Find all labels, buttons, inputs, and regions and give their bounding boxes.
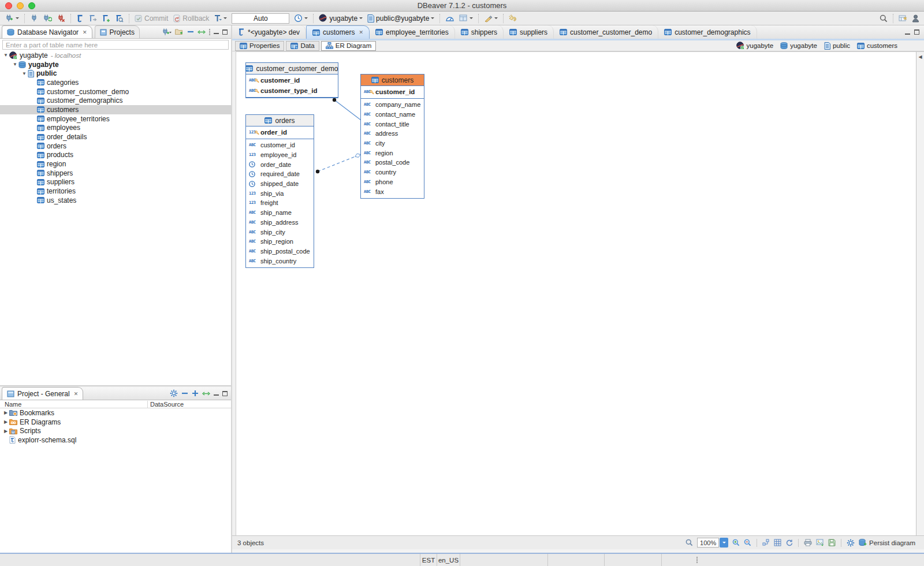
window-layout-button[interactable] bbox=[457, 13, 475, 24]
entity-header-orders[interactable]: orders bbox=[246, 115, 314, 126]
table-filter-input[interactable] bbox=[2, 40, 229, 50]
tree-item-yugabyte[interactable]: ▼yugabyte- localhost bbox=[0, 51, 231, 60]
maximize-view-icon[interactable] bbox=[914, 29, 919, 35]
persist-diagram-button[interactable]: Persist diagram bbox=[859, 539, 915, 546]
entity-column-contact_name[interactable]: ABCcontact_name bbox=[361, 110, 424, 120]
minimize-view-icon[interactable] bbox=[905, 30, 910, 35]
entity-column-order_id[interactable]: 123order_id bbox=[246, 127, 314, 137]
diagram-settings-icon[interactable] bbox=[847, 539, 855, 547]
breadcrumb-item-customers[interactable]: customers bbox=[857, 42, 897, 49]
zoom-dropdown-icon[interactable] bbox=[720, 538, 728, 548]
entity-column-employee_id[interactable]: 123employee_id bbox=[246, 150, 314, 160]
nav-new-connection-icon[interactable] bbox=[162, 28, 172, 36]
nav-new-folder-icon[interactable] bbox=[175, 28, 184, 35]
zoom-level-combo[interactable]: 100% bbox=[697, 538, 728, 548]
entity-column-required_date[interactable]: required_date bbox=[246, 169, 314, 179]
disclosure-triangle-icon[interactable]: ▶ bbox=[2, 419, 9, 425]
close-icon[interactable]: ✕ bbox=[359, 29, 363, 35]
user-profile-button[interactable] bbox=[910, 13, 921, 24]
editor-tab--yugabyte-dev[interactable]: *<yugabyte> dev bbox=[232, 25, 306, 39]
tab-project-general[interactable]: Project - General ✕ bbox=[2, 387, 83, 400]
reset-ui-button[interactable] bbox=[507, 13, 520, 24]
entity-column-ship_address[interactable]: ABCship_address bbox=[246, 218, 314, 228]
entity-column-address[interactable]: ABCaddress bbox=[361, 129, 424, 139]
settings-gear-icon[interactable] bbox=[170, 389, 178, 397]
entity-column-customer_id[interactable]: ABCcustomer_id bbox=[246, 140, 314, 150]
rollback-button[interactable]: Rollback bbox=[171, 13, 211, 24]
close-icon[interactable]: ✕ bbox=[74, 391, 79, 397]
entity-column-contact_title[interactable]: ABCcontact_title bbox=[361, 119, 424, 129]
dashboard-button[interactable] bbox=[444, 13, 456, 24]
disconnect-button[interactable] bbox=[55, 13, 67, 24]
disclosure-triangle-icon[interactable]: ▼ bbox=[21, 71, 28, 76]
schema-selector[interactable]: public@yugabyte bbox=[366, 13, 436, 24]
entity-column-postal_code[interactable]: ABCpostal_code bbox=[361, 158, 424, 167]
editor-tab-suppliers[interactable]: suppliers bbox=[504, 25, 554, 39]
collapse-all-icon[interactable] bbox=[187, 29, 194, 35]
collapse-icon[interactable] bbox=[181, 390, 188, 396]
entity-header-customer_customer_demo[interactable]: customer_customer_demo bbox=[246, 63, 338, 75]
tree-item-public[interactable]: ▼public bbox=[0, 69, 231, 78]
tree-item-customer_customer_demo[interactable]: customer_customer_demo bbox=[0, 87, 231, 96]
tree-item-categories[interactable]: categories bbox=[0, 78, 231, 87]
editor-tab-customer_demographics[interactable]: customer_demographics bbox=[658, 25, 757, 39]
tree-item-employee_territories[interactable]: employee_territories bbox=[0, 114, 231, 124]
open-perspective-button[interactable] bbox=[897, 13, 909, 24]
subtab-data[interactable]: Data bbox=[286, 41, 319, 51]
breadcrumb-item-yugabyte[interactable]: yugabyte bbox=[736, 42, 774, 50]
link-editor-icon[interactable] bbox=[198, 29, 206, 35]
breadcrumb-item-yugabyte[interactable]: yugabyte bbox=[780, 42, 817, 49]
entity-column-phone[interactable]: ABCphone bbox=[361, 177, 424, 187]
entity-customer_customer_demo[interactable]: customer_customer_demoABCcustomer_idABCc… bbox=[245, 62, 338, 98]
open-sql-script-button[interactable] bbox=[113, 13, 125, 24]
entity-column-ship_postal_code[interactable]: ABCship_postal_code bbox=[246, 247, 314, 256]
entity-customers[interactable]: customersABCcustomer_idABCcompany_nameAB… bbox=[360, 74, 424, 199]
disclosure-triangle-icon[interactable]: ▶ bbox=[2, 410, 9, 415]
transaction-log-button[interactable] bbox=[292, 13, 310, 24]
tab-database-navigator[interactable]: Database Navigator ✕ bbox=[2, 25, 92, 38]
entity-column-ship_name[interactable]: ABCship_name bbox=[246, 208, 314, 218]
project-item-Scripts[interactable]: ▶Scripts bbox=[0, 426, 231, 435]
expand-palette-icon[interactable]: ◀ bbox=[916, 52, 924, 61]
editor-tab-customer_customer_demo[interactable]: customer_customer_demo bbox=[554, 25, 658, 39]
transaction-mode-combo[interactable]: Auto bbox=[232, 13, 289, 24]
commit-button[interactable]: Commit bbox=[133, 13, 170, 24]
sql-editor-button[interactable] bbox=[74, 13, 85, 24]
tree-item-customers[interactable]: customers bbox=[0, 105, 231, 114]
breadcrumb-item-public[interactable]: public bbox=[824, 42, 850, 50]
entity-column-country[interactable]: ABCcountry bbox=[361, 167, 424, 177]
subtab-properties[interactable]: Properties bbox=[235, 41, 284, 51]
entity-column-ship_city[interactable]: ABCship_city bbox=[246, 227, 314, 237]
subtab-er-diagram[interactable]: ER Diagram bbox=[321, 41, 377, 51]
zoom-out-icon[interactable] bbox=[744, 539, 751, 546]
tree-item-suppliers[interactable]: suppliers bbox=[0, 178, 231, 187]
entity-column-company_name[interactable]: ABCcompany_name bbox=[361, 100, 424, 110]
tree-item-yugabyte[interactable]: ▼yugabyte bbox=[0, 60, 231, 69]
project-item-ER Diagrams[interactable]: ▶ER Diagrams bbox=[0, 418, 231, 427]
entity-column-customer_type_id[interactable]: ABCcustomer_type_id bbox=[246, 85, 338, 96]
view-menu-icon[interactable] bbox=[209, 29, 210, 35]
print-icon[interactable] bbox=[804, 539, 812, 546]
entity-column-fax[interactable]: ABCfax bbox=[361, 187, 424, 196]
export-image-icon[interactable] bbox=[816, 539, 824, 546]
entity-header-customers[interactable]: customers bbox=[361, 75, 424, 86]
brush-button[interactable] bbox=[482, 13, 500, 24]
editor-tab-customers[interactable]: customers✕ bbox=[306, 25, 370, 39]
disclosure-triangle-icon[interactable]: ▼ bbox=[12, 62, 18, 67]
tree-item-us_states[interactable]: us_states bbox=[0, 196, 231, 205]
entity-orders[interactable]: orders123order_idABCcustomer_id123employ… bbox=[245, 114, 314, 268]
entity-column-shipped_date[interactable]: shipped_date bbox=[246, 179, 314, 189]
editor-tab-employee_territories[interactable]: employee_territories bbox=[370, 25, 455, 39]
new-connection-button[interactable] bbox=[3, 13, 21, 24]
entity-column-freight[interactable]: 123freight bbox=[246, 198, 314, 208]
entity-column-region[interactable]: ABCregion bbox=[361, 148, 424, 158]
toggle-grid-icon[interactable] bbox=[774, 539, 781, 546]
maximize-view-icon[interactable] bbox=[222, 391, 228, 396]
entity-column-customer_id[interactable]: ABCcustomer_id bbox=[246, 75, 338, 85]
tree-item-products[interactable]: products bbox=[0, 151, 231, 160]
disclosure-triangle-icon[interactable]: ▶ bbox=[2, 429, 9, 434]
entity-column-city[interactable]: ABCcity bbox=[361, 139, 424, 148]
transaction-mode-button[interactable] bbox=[212, 13, 229, 24]
minimize-view-icon[interactable] bbox=[214, 29, 219, 34]
diagram-search-icon[interactable] bbox=[685, 539, 693, 546]
